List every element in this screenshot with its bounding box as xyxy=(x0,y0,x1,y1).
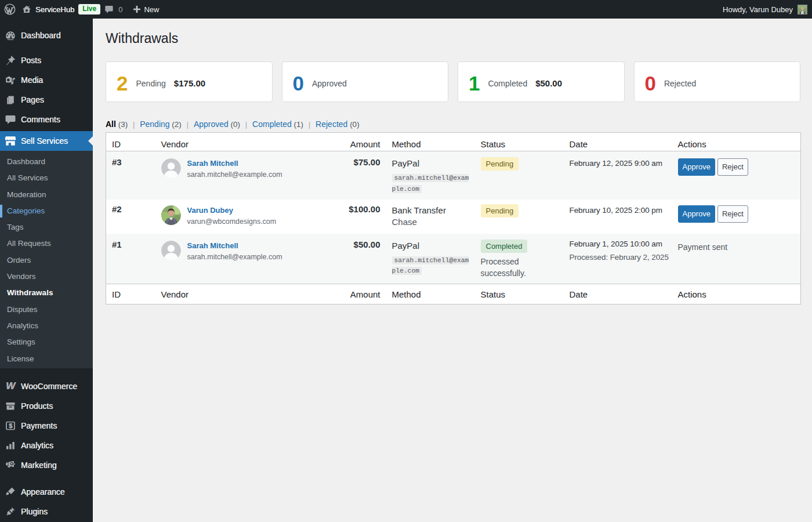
svg-text:$: $ xyxy=(9,422,12,429)
